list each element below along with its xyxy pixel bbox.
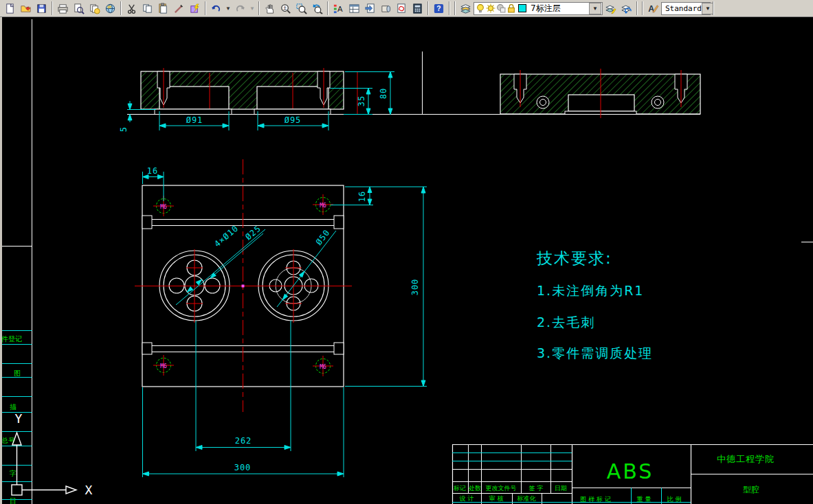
design-center-icon	[348, 3, 360, 14]
layer-combo-dropdown[interactable]: ▼	[589, 3, 601, 14]
hole-label: M6	[160, 204, 167, 210]
section-view-right	[500, 69, 700, 118]
hole-label: M6	[160, 363, 167, 369]
tb-label: 标记	[453, 485, 466, 492]
tech-req-item: 1.未注倒角为R1	[537, 283, 644, 298]
sun-icon	[486, 3, 495, 13]
part-name: 型腔	[743, 485, 759, 494]
new-file-icon	[4, 3, 16, 14]
undo-dropdown-button[interactable]: ▼	[224, 1, 232, 16]
zoom-realtime-icon: ±	[280, 3, 291, 14]
layer-make-current-icon	[605, 3, 616, 14]
text-style-button[interactable]: A	[645, 1, 661, 16]
plot-preview-button[interactable]	[71, 1, 87, 16]
web-icon	[104, 3, 116, 14]
layer-previous-button[interactable]	[619, 1, 634, 16]
properties-icon: A	[333, 3, 344, 14]
sheet-set-manager-button[interactable]	[378, 1, 394, 16]
paste-button[interactable]	[155, 1, 171, 16]
company-name: 中德工程学院	[717, 454, 775, 464]
lock-state[interactable]	[506, 3, 516, 13]
dim-h5: 5	[119, 126, 129, 132]
zoom-previous-button[interactable]	[309, 1, 325, 16]
dim-h80: 80	[379, 88, 388, 99]
title-block: 标记 处数 更改文件号 签 字 日期 设 计 审 核 标准化 图样标记 重 量 …	[452, 444, 813, 504]
main-toolbar: ▼▼±A?7标注层▼AStandard▼	[0, 0, 813, 17]
toolbar-separator	[327, 1, 328, 15]
toolbar-separator	[205, 1, 206, 15]
block-editor-icon	[189, 3, 201, 14]
tool-palettes-button[interactable]	[362, 1, 378, 16]
publish-button[interactable]	[87, 1, 102, 16]
toolbar-separator	[258, 1, 260, 15]
drawing-canvas[interactable]: 件登记 图 描 总号 字 日	[0, 0, 813, 504]
vp-freeze-state[interactable]	[496, 3, 506, 13]
left-fragment-text: 字	[10, 470, 16, 477]
sun-state[interactable]	[486, 3, 495, 13]
print-icon	[57, 3, 69, 14]
technical-requirements: 技术要求: 1.未注倒角为R1 2.去毛刺 3.零件需调质处理	[536, 249, 653, 360]
text-style-combo-value: Standard	[663, 4, 702, 13]
tb-label: 签 字	[529, 485, 544, 492]
open-button[interactable]	[18, 1, 34, 16]
cut-button[interactable]	[124, 1, 140, 16]
layer-make-current-button[interactable]	[603, 1, 619, 16]
toolbar-separator	[52, 1, 53, 15]
save-button[interactable]	[34, 1, 49, 16]
help-button[interactable]: ?	[431, 1, 447, 16]
bulb-state[interactable]	[476, 3, 485, 13]
tb-label: 图样标记	[580, 496, 613, 503]
quick-calc-icon	[412, 3, 423, 14]
redo-dropdown-button[interactable]: ▼	[248, 1, 256, 16]
sheet-set-manager-icon	[380, 3, 392, 14]
print-button[interactable]	[55, 1, 71, 16]
paste-icon	[157, 3, 169, 14]
text-style-combo[interactable]: Standard▼	[661, 2, 711, 15]
toolbar-separator	[427, 1, 429, 15]
layers-button[interactable]	[458, 1, 474, 16]
properties-button[interactable]: A	[331, 1, 346, 16]
svg-text:A: A	[337, 5, 343, 13]
markup-set-manager-icon	[396, 3, 408, 14]
zoom-window-button[interactable]	[293, 1, 309, 16]
layer-color-swatch[interactable]	[518, 4, 526, 12]
block-editor-button[interactable]	[187, 1, 203, 16]
quick-calc-button[interactable]	[410, 1, 425, 16]
tech-req-item: 3.零件需调质处理	[537, 345, 653, 360]
toolbar-separator	[713, 1, 714, 15]
copy-button[interactable]	[140, 1, 155, 16]
tb-label: 重 量	[637, 496, 651, 503]
dim-300-bottom: 300	[234, 463, 252, 472]
toolbar-separator	[449, 1, 450, 15]
save-icon	[36, 3, 47, 14]
tb-label: 标准化	[517, 495, 537, 502]
plot-preview-icon	[73, 3, 85, 14]
design-center-button[interactable]	[346, 1, 362, 16]
markup-set-manager-button[interactable]	[394, 1, 410, 16]
toolbar-separator	[642, 1, 643, 15]
zoom-realtime-button[interactable]: ±	[278, 1, 293, 16]
dim-16-top: 16	[147, 166, 158, 176]
svg-text:±: ±	[283, 4, 287, 11]
tool-palettes-icon	[364, 3, 376, 14]
redo-button[interactable]	[232, 1, 248, 16]
pan-icon	[264, 3, 276, 14]
undo-button[interactable]	[208, 1, 224, 16]
tb-label: 设 计	[460, 495, 474, 502]
left-fragment-text: 图	[14, 369, 21, 377]
new-file-button[interactable]	[2, 1, 18, 16]
vp-freeze-icon	[496, 3, 506, 13]
match-properties-button[interactable]	[171, 1, 187, 16]
pan-button[interactable]	[262, 1, 278, 16]
undo-icon	[210, 3, 222, 14]
dim-262: 262	[235, 436, 252, 446]
web-button[interactable]	[102, 1, 118, 16]
layer-combo[interactable]: 7标注层▼	[474, 2, 603, 15]
zoom-window-icon	[296, 3, 307, 14]
dim-bolt-holes: 4×Ø10	[212, 223, 241, 249]
match-properties-icon	[173, 3, 185, 14]
open-icon	[20, 3, 32, 14]
cut-icon	[126, 3, 137, 14]
copy-icon	[142, 3, 153, 14]
lock-icon	[506, 3, 516, 13]
